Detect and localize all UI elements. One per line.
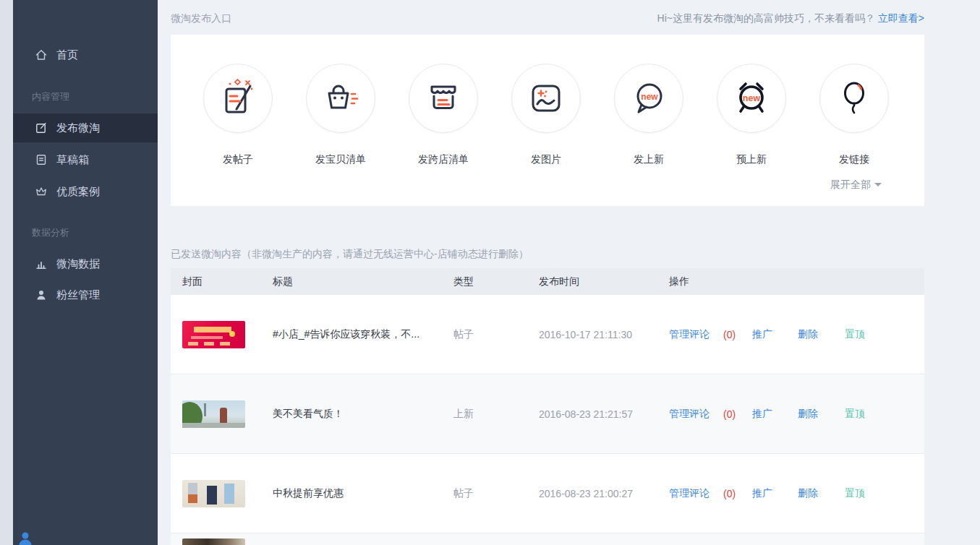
entry-circle xyxy=(819,64,889,133)
sidebar-item-label: 首页 xyxy=(56,48,78,62)
sidebar-item-label: 发布微淘 xyxy=(56,121,100,135)
promo-banner: Hi~这里有发布微淘的高富帅技巧，不来看看吗？ 立即查看> xyxy=(657,12,924,25)
pin-to-top-link[interactable]: 置顶 xyxy=(845,408,865,421)
publish-entries-row: 发帖子 发宝贝清单 发跨店清 xyxy=(187,64,924,166)
sidebar-item-weitao-data[interactable]: 微淘数据 xyxy=(13,249,158,278)
chevron-down-icon xyxy=(874,183,882,186)
entry-label: 发宝贝清单 xyxy=(315,153,366,166)
home-icon xyxy=(35,48,48,61)
sidebar-item-label: 粉丝管理 xyxy=(56,288,100,302)
svg-text:new: new xyxy=(641,92,658,102)
sidebar-item-home[interactable]: 首页 xyxy=(13,40,158,69)
promote-link[interactable]: 推广 xyxy=(752,328,772,341)
comment-count: (0) xyxy=(723,488,736,499)
row-time: 2016-08-23 21:21:57 xyxy=(539,408,633,420)
sidebar-section-content: 内容管理 xyxy=(13,90,158,104)
promo-view-now-link[interactable]: 立即查看> xyxy=(878,12,924,24)
sidebar: 首页 内容管理 发布微淘 草稿箱 优质案例 数据分析 微淘数据 xyxy=(13,0,158,545)
post-icon xyxy=(218,78,258,119)
col-header-title: 标题 xyxy=(273,275,293,288)
pin-to-top-link[interactable]: 置顶 xyxy=(845,328,865,341)
row-type: 帖子 xyxy=(453,487,474,500)
row-thumbnail[interactable] xyxy=(182,538,245,545)
row-thumbnail[interactable] xyxy=(182,321,245,348)
expand-all-button[interactable]: 展开全部 xyxy=(830,179,882,192)
fans-icon xyxy=(35,288,48,301)
pre-new-icon: new xyxy=(731,78,772,119)
delete-link[interactable]: 删除 xyxy=(798,408,818,421)
item-list-icon xyxy=(320,78,361,119)
promo-text: Hi~这里有发布微淘的高富帅技巧，不来看看吗？ xyxy=(657,12,878,24)
entry-new-arrival[interactable]: new 发上新 xyxy=(597,64,700,166)
draft-icon xyxy=(35,153,48,166)
row-title[interactable]: 中秋提前享优惠 xyxy=(273,487,344,500)
col-header-cover: 封面 xyxy=(182,275,203,288)
table-row: 美不美看气质！ 上新 2016-08-23 21:21:57 管理评论 (0) … xyxy=(171,374,924,454)
row-thumbnail[interactable] xyxy=(182,400,245,428)
entry-label: 发图片 xyxy=(531,153,561,166)
svg-text:new: new xyxy=(743,93,761,103)
entry-circle xyxy=(306,64,375,133)
col-header-type: 类型 xyxy=(453,275,474,288)
page-title: 微淘发布入口 xyxy=(171,12,231,25)
entry-label: 预上新 xyxy=(736,153,767,166)
entry-pre-new[interactable]: new 预上新 xyxy=(700,64,803,166)
bar-chart-icon xyxy=(35,257,48,270)
comment-count: (0) xyxy=(723,329,736,340)
table-row-partial xyxy=(171,533,924,545)
entry-circle xyxy=(511,64,581,133)
row-thumbnail[interactable] xyxy=(182,480,245,507)
entry-label: 发链接 xyxy=(839,153,869,166)
sent-content-title: 已发送微淘内容（非微淘生产的内容，请通过无线运营中心-店铺动态进行删除） xyxy=(171,248,529,261)
entry-circle xyxy=(203,64,273,133)
col-header-ops: 操作 xyxy=(669,275,689,288)
promote-link[interactable]: 推广 xyxy=(752,408,772,421)
entry-circle xyxy=(409,64,478,133)
user-avatar-icon[interactable] xyxy=(17,531,33,545)
sidebar-item-cases[interactable]: 优质案例 xyxy=(13,177,158,206)
new-arrival-icon: new xyxy=(629,78,669,119)
delete-link[interactable]: 删除 xyxy=(798,328,818,341)
entry-circle: new xyxy=(614,64,683,133)
table-header: 封面 标题 类型 发布时间 操作 xyxy=(171,268,924,295)
row-type: 帖子 xyxy=(453,328,474,341)
sidebar-item-publish[interactable]: 发布微淘 xyxy=(13,113,158,142)
sidebar-item-fans[interactable]: 粉丝管理 xyxy=(13,280,158,309)
manage-comments-link[interactable]: 管理评论 xyxy=(669,328,710,341)
row-time: 2016-10-17 21:11:30 xyxy=(539,329,632,340)
publish-entries-card: 发帖子 发宝贝清单 发跨店清 xyxy=(171,35,924,206)
sidebar-item-drafts[interactable]: 草稿箱 xyxy=(13,145,158,174)
promote-link[interactable]: 推广 xyxy=(752,487,772,500)
comment-count: (0) xyxy=(723,408,736,420)
row-time: 2016-08-23 21:00:27 xyxy=(539,488,633,499)
table-row: 中秋提前享优惠 帖子 2016-08-23 21:00:27 管理评论 (0) … xyxy=(171,454,924,533)
entry-label: 发跨店清单 xyxy=(418,153,469,166)
link-icon xyxy=(834,78,874,119)
compose-icon xyxy=(35,121,48,134)
row-title[interactable]: #小店_#告诉你应该穿秋装，不... xyxy=(273,328,419,341)
table-row: #小店_#告诉你应该穿秋装，不... 帖子 2016-10-17 21:11:3… xyxy=(171,295,924,374)
manage-comments-link[interactable]: 管理评论 xyxy=(669,408,710,421)
sidebar-section-data: 数据分析 xyxy=(13,226,158,240)
entry-circle: new xyxy=(717,64,786,133)
cross-store-icon xyxy=(423,78,464,119)
crown-icon xyxy=(35,185,48,198)
entry-link[interactable]: 发链接 xyxy=(803,64,906,166)
col-header-time: 发布时间 xyxy=(539,275,579,288)
left-rail xyxy=(0,0,13,545)
entry-post[interactable]: 发帖子 xyxy=(187,64,289,166)
image-icon xyxy=(526,78,566,119)
delete-link[interactable]: 删除 xyxy=(798,487,818,500)
entry-item-list[interactable]: 发宝贝清单 xyxy=(289,64,392,166)
row-type: 上新 xyxy=(453,408,474,421)
entry-image[interactable]: 发图片 xyxy=(495,64,597,166)
manage-comments-link[interactable]: 管理评论 xyxy=(669,487,710,500)
sidebar-item-label: 优质案例 xyxy=(56,185,100,199)
pin-to-top-link[interactable]: 置顶 xyxy=(845,487,865,500)
entry-label: 发上新 xyxy=(634,153,664,166)
entry-label: 发帖子 xyxy=(223,153,253,166)
sidebar-item-label: 草稿箱 xyxy=(56,153,89,167)
row-title[interactable]: 美不美看气质！ xyxy=(273,408,344,421)
sent-content-table: 封面 标题 类型 发布时间 操作 #小店_#告诉你应该穿秋装，不... 帖子 2… xyxy=(171,268,924,545)
entry-cross-store[interactable]: 发跨店清单 xyxy=(392,64,495,166)
